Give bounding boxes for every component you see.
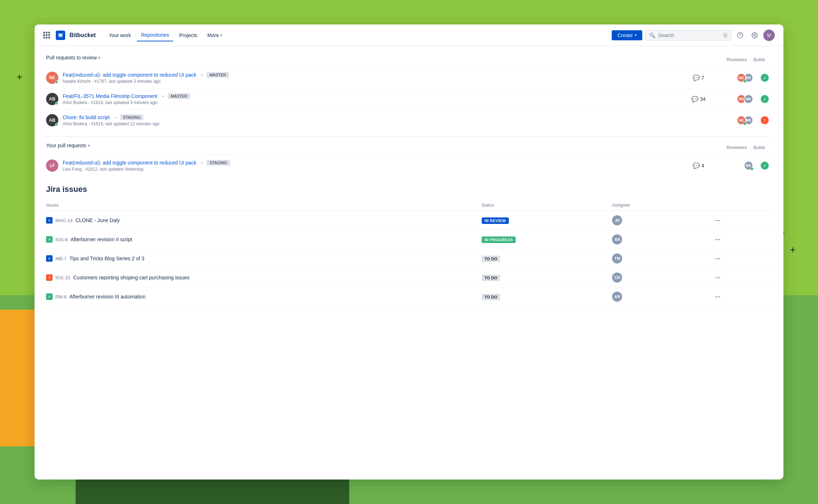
comment-count: 4 — [701, 163, 704, 168]
issue-actions-cell — [714, 268, 772, 287]
pr-branch-badge: STAGING — [207, 160, 230, 166]
pr-branch-badge: STAGING — [120, 114, 144, 120]
issue-status-cell: TO DO — [482, 268, 612, 287]
issue-actions-cell — [714, 211, 772, 230]
pr-build-status: ! — [758, 116, 772, 124]
issue-more-menu[interactable] — [714, 295, 772, 299]
pr-row: LF Feat(reduced-ui): add toggle componen… — [46, 155, 772, 176]
pr-online-indicator — [55, 123, 58, 126]
status-badge: IN PROGRESS — [482, 237, 516, 243]
nav-repositories[interactable]: Repositories — [137, 29, 174, 41]
assignee-avatar: AR — [612, 292, 622, 302]
section-divider — [46, 136, 772, 137]
nav-your-work[interactable]: Your work — [104, 30, 135, 41]
pr-author-avatar-wrap: NK — [46, 72, 58, 84]
pr-online-indicator — [55, 102, 58, 105]
pr-row: NK Feat(reduced-ui): add toggle componen… — [46, 67, 772, 88]
issue-id: IOS-8 — [55, 237, 68, 242]
issue-assignee-cell: AR — [612, 287, 714, 306]
pr-meta: Natalie Kirscht - #1787, last updated 3 … — [63, 79, 683, 84]
pr-comments: 💬 4 — [688, 162, 709, 169]
nav-more[interactable]: More ▾ — [203, 30, 226, 41]
pr-online-indicator — [55, 81, 58, 84]
pr-reviewers: MK — [714, 161, 753, 170]
pr-branch-badge: MASTER — [207, 72, 229, 78]
comment-count: 34 — [700, 96, 706, 102]
status-badge: TO DO — [482, 275, 500, 281]
pr-arrow-icon: → — [160, 93, 165, 99]
pr-info: Feat(reduced-ui): add toggle component t… — [63, 160, 683, 172]
issue-title-cell: ≡ MAC-14 CLONE - June Daly — [46, 211, 482, 230]
issue-assignee-cell: AR — [612, 230, 714, 249]
issue-more-menu[interactable] — [714, 276, 772, 280]
pr-info: Chore: fix build script → STAGING Artur … — [63, 114, 683, 126]
status-badge: TO DO — [482, 256, 500, 262]
issue-assignee-cell: TM — [612, 249, 714, 268]
issue-type-icon: ✓ — [46, 293, 53, 300]
nav-projects[interactable]: Projects — [175, 30, 202, 41]
issue-assignee-cell: CR — [612, 268, 714, 287]
assignee-avatar: CR — [612, 273, 622, 283]
issue-row: ✓ PM-6 Afterburner revision III automati… — [46, 287, 772, 306]
pr-reviewers: NK MK — [714, 116, 753, 125]
status-badge: IN REVIEW — [482, 217, 509, 224]
issue-actions-cell — [714, 230, 772, 249]
jira-issues-title: Jira issues — [46, 185, 772, 194]
issue-title[interactable]: Afterburner revision II script — [71, 237, 132, 242]
issue-id: MB-7 — [55, 256, 67, 261]
issue-type-icon: ≡ — [46, 217, 53, 224]
grid-icon[interactable] — [43, 32, 50, 39]
issues-col-header: Issues — [46, 200, 482, 211]
comment-icon: 💬 — [691, 96, 698, 103]
issue-more-menu[interactable] — [714, 238, 772, 242]
pr-review-chevron-icon: ▾ — [98, 55, 100, 60]
issue-status-cell: IN PROGRESS — [482, 230, 612, 249]
create-button[interactable]: Create ▾ — [612, 30, 642, 40]
pr-title[interactable]: Feat(reduced-ui): add toggle component t… — [63, 72, 196, 78]
actions-col-header — [714, 200, 772, 211]
reviewer-avatar-wrap: MK — [744, 161, 753, 170]
pr-arrow-icon: → — [113, 114, 117, 120]
pr-author-avatar-wrap: LF — [46, 159, 58, 172]
build-success-icon: ✓ — [761, 162, 769, 170]
issue-title[interactable]: Afterburner revision III automation — [69, 294, 145, 300]
more-chevron-icon: ▾ — [220, 33, 222, 37]
your-pr-header[interactable]: Your pull requests ▾ — [46, 143, 707, 148]
pr-to-review-header[interactable]: Pull requests to review ▾ — [46, 55, 707, 60]
svg-point-2 — [754, 34, 756, 36]
comment-icon: 💬 — [693, 75, 700, 81]
issue-title[interactable]: CLONE - June Daly — [76, 217, 120, 223]
nav-right: Create ▾ 🔍 Search / — [612, 30, 775, 41]
settings-button[interactable] — [749, 30, 760, 41]
issue-id: MAC-14 — [55, 218, 73, 223]
pr-build-status: ✓ — [758, 162, 772, 170]
issue-title[interactable]: Customers reporting shoping cart purchas… — [73, 275, 189, 280]
issue-type-icon: ! — [46, 274, 53, 281]
pull-requests-to-review-section: Pull requests to review ▾ Reviewers Buil… — [46, 55, 772, 131]
assignee-col-header: Assignee — [612, 200, 714, 211]
pr-branch-badge: MASTER — [168, 93, 190, 99]
pr-meta: Artur Bodera - #1810, last updated 3 min… — [63, 100, 683, 105]
bitbucket-logo-icon — [56, 31, 65, 40]
pr-build-status: ✓ — [758, 95, 772, 103]
issue-more-menu[interactable] — [714, 257, 772, 261]
issue-row: ≡ MAC-14 CLONE - June Daly IN REVIEW — [46, 211, 772, 230]
issue-title[interactable]: Tips and Tricks Blog Series 2 of 3 — [69, 256, 144, 261]
pr-author-avatar: LF — [46, 159, 58, 172]
your-pr-builds-col: Builds — [747, 145, 772, 150]
issue-more-menu[interactable] — [714, 219, 772, 222]
build-error-icon: ! — [761, 116, 769, 124]
search-box[interactable]: 🔍 Search / — [645, 30, 732, 41]
help-button[interactable] — [734, 30, 746, 41]
pr-reviewers-col-header: Reviewers — [707, 57, 747, 62]
issue-title-cell: ✓ IOS-8 Afterburner revision II script — [46, 230, 482, 249]
your-pr-chevron-icon: ▾ — [88, 143, 90, 148]
pr-comments: 💬 34 — [688, 96, 709, 103]
issue-type-icon: ✓ — [46, 236, 53, 243]
pr-title[interactable]: Feat(reduced-ui): add toggle component t… — [63, 160, 196, 166]
pr-title[interactable]: Feat/FIL-3571 Media Filmstrip Component — [63, 93, 157, 99]
search-placeholder: Search — [658, 32, 720, 38]
issue-assignee-cell: JD — [612, 211, 714, 230]
pr-title[interactable]: Chore: fix build script — [63, 114, 110, 120]
user-avatar[interactable]: U — [763, 30, 775, 41]
